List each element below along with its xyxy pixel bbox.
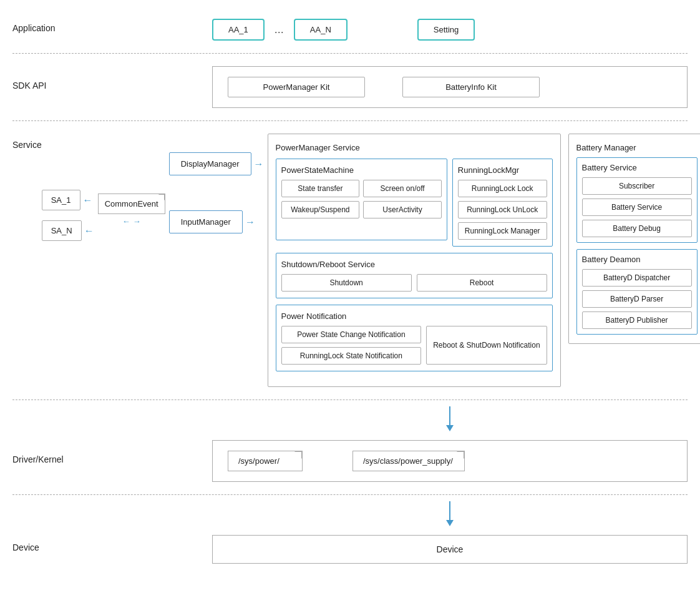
common-event-box: CommonEvent — [98, 194, 165, 214]
pm-service-title: PowerManager Service — [276, 143, 553, 152]
battery-debug-box: Battery Debug — [582, 220, 692, 237]
device-content: Device — [437, 544, 464, 554]
shutdown-reboot-box: Shutdown/Reboot Service Shutdown Reboot — [276, 253, 553, 298]
sys-class-power-label: /sys/class/power_supply/ — [363, 456, 453, 466]
sdk-powermanager-kit: PowerManager Kit — [228, 77, 365, 97]
san-box: SA_N — [42, 220, 82, 241]
shutdown-reboot-title: Shutdown/Reboot Service — [281, 260, 547, 269]
user-activity-box: UserActivity — [363, 201, 442, 218]
sys-power-box: /sys/power/ — [228, 451, 303, 471]
power-state-machine-box: PowerStateMachine State transfer Screen … — [276, 159, 447, 240]
rl-unlock-box: RunningLock UnLock — [458, 201, 547, 218]
running-lock-mgr-box: RunningLockMgr RunningLock Lock RunningL… — [452, 159, 553, 247]
power-notif-title: Power Notification — [281, 311, 547, 321]
rl-mgr-title: RunningLockMgr — [458, 165, 547, 175]
divider-2 — [12, 120, 688, 121]
application-label: Application — [12, 23, 87, 33]
app-dots: ... — [275, 23, 284, 36]
batteryd-publisher-box: BatteryD Publisher — [582, 311, 692, 329]
reboot-box: Reboot — [417, 274, 547, 292]
display-manager-box: DisplayManager — [169, 152, 251, 175]
sdk-batteryinfo-kit: BatteryInfo Kit — [402, 77, 540, 97]
app-box-aa1: AA_1 — [212, 19, 265, 41]
pm-service-box: PowerManager Service PowerStateMachine S… — [268, 134, 561, 387]
rl-manager-box: RunningLock Manager — [458, 222, 547, 240]
app-box-setting: Setting — [417, 19, 475, 41]
arrow-common-left: ← — [122, 217, 130, 226]
screen-on-off-box: Screen on/off — [363, 180, 442, 197]
arrow-display: → — [254, 159, 264, 170]
sys-power-label: /sys/power/ — [238, 456, 280, 466]
device-label: Device — [12, 542, 87, 552]
arrow-sa1-left: ← — [83, 195, 93, 206]
arrow-down-2 — [212, 501, 688, 526]
input-manager-box: InputManager — [169, 210, 243, 233]
reboot-shutdown-notif: Reboot & ShutDown Notification — [426, 326, 547, 365]
battery-service-title: Battery Service — [582, 163, 692, 172]
battery-daemon-inner: Battery Deamon BatteryD Dispatcher Batte… — [576, 249, 698, 335]
arrow-down-1 — [212, 406, 688, 431]
driver-label: Driver/Kernel — [12, 454, 87, 464]
state-transfer-box: State transfer — [281, 180, 360, 197]
psm-title: PowerStateMachine — [281, 165, 442, 175]
subscriber-box: Subscriber — [582, 177, 692, 195]
batteryd-parser-box: BatteryD Parser — [582, 290, 692, 308]
divider-4 — [12, 494, 688, 495]
divider-1 — [12, 53, 688, 54]
common-event-label: CommonEvent — [105, 199, 158, 208]
battery-service-inner: Battery Service Subscriber Battery Servi… — [576, 157, 698, 243]
arrow-input: → — [245, 217, 255, 228]
service-label: Service — [12, 134, 42, 150]
wakeup-suspend-box: Wakeup/Suspend — [281, 201, 360, 218]
sa1-box: SA_1 — [42, 190, 80, 210]
arrow-common-right: → — [133, 217, 141, 226]
batteryd-dispatcher-box: BatteryD Dispatcher — [582, 269, 692, 287]
battery-manager-title: Battery Manager — [576, 143, 698, 152]
sys-class-power-box: /sys/class/power_supply/ — [352, 451, 465, 471]
app-box-aan: AA_N — [294, 19, 348, 41]
device-box: Device — [212, 535, 688, 564]
rl-lock-box: RunningLock Lock — [458, 180, 547, 197]
running-lock-state-notif: RunningLock State Notification — [281, 347, 422, 365]
arrow-san-left: ← — [84, 225, 94, 237]
sdk-label: SDK API — [12, 81, 87, 91]
battery-manager-box: Battery Manager Battery Service Subscrib… — [568, 134, 700, 344]
battery-service-box: Battery Service — [582, 199, 692, 216]
power-state-change-notif: Power State Change Notification — [281, 326, 422, 343]
power-notification-box: Power Notification Power State Change No… — [276, 305, 553, 371]
divider-3 — [12, 399, 688, 400]
shutdown-box: Shutdown — [281, 274, 412, 292]
battery-daemon-title: Battery Deamon — [582, 255, 692, 264]
